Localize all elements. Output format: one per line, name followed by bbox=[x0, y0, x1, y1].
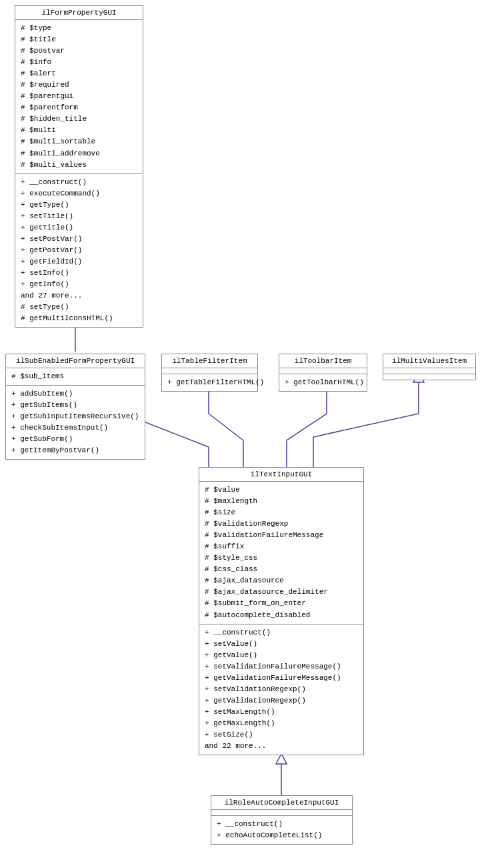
ilRoleAutoCompleteInputGUI-title: ilRoleAutoCompleteInputGUI bbox=[211, 796, 352, 810]
diagram-container: ilFormPropertyGUI # $type # $title # $po… bbox=[0, 0, 496, 868]
ilRoleAutoCompleteInputGUI-fields bbox=[211, 810, 352, 816]
ilTextInputGUI-fields: # $value # $maxlength # $size # $validat… bbox=[199, 482, 363, 624]
ilRoleAutoCompleteInputGUI-box: ilRoleAutoCompleteInputGUI + __construct… bbox=[211, 795, 353, 845]
ilSubEnabledFormPropertyGUI-box: ilSubEnabledFormPropertyGUI # $sub_items… bbox=[5, 354, 145, 460]
ilFormPropertyGUI-fields: # $type # $title # $postvar # $info # $a… bbox=[15, 20, 143, 174]
ilMultiValuesItem-box: ilMultiValuesItem bbox=[383, 354, 476, 380]
ilTextInputGUI-box: ilTextInputGUI # $value # $maxlength # $… bbox=[199, 467, 364, 755]
ilToolbarItem-methods: + getToolbarHTML() bbox=[279, 374, 367, 391]
ilSubEnabledFormPropertyGUI-fields: # $sub_items bbox=[6, 368, 145, 386]
svg-marker-7 bbox=[276, 754, 287, 764]
ilToolbarItem-fields bbox=[279, 368, 367, 374]
ilTableFilterItem-methods: + getTableFilterHTML() bbox=[162, 374, 257, 391]
ilTableFilterItem-box: ilTableFilterItem + getTableFilterHTML() bbox=[161, 354, 258, 392]
ilMultiValuesItem-fields bbox=[383, 368, 475, 374]
ilTextInputGUI-methods: + __construct() + setValue() + getValue(… bbox=[199, 624, 363, 755]
ilTableFilterItem-title: ilTableFilterItem bbox=[162, 354, 257, 368]
ilSubEnabledFormPropertyGUI-methods: + addSubItem() + getSubItems() + getSubI… bbox=[6, 386, 145, 459]
ilFormPropertyGUI-methods: + __construct() + executeCommand() + get… bbox=[15, 174, 143, 328]
ilToolbarItem-title: ilToolbarItem bbox=[279, 354, 367, 368]
ilFormPropertyGUI-box: ilFormPropertyGUI # $type # $title # $po… bbox=[15, 5, 143, 328]
ilRoleAutoCompleteInputGUI-methods: + __construct() + echoAutoCompleteList() bbox=[211, 816, 352, 844]
ilTextInputGUI-title: ilTextInputGUI bbox=[199, 468, 363, 482]
ilToolbarItem-box: ilToolbarItem + getToolbarHTML() bbox=[279, 354, 367, 392]
ilMultiValuesItem-title: ilMultiValuesItem bbox=[383, 354, 475, 368]
ilSubEnabledFormPropertyGUI-title: ilSubEnabledFormPropertyGUI bbox=[6, 354, 145, 368]
ilFormPropertyGUI-title: ilFormPropertyGUI bbox=[15, 6, 143, 20]
ilTableFilterItem-fields bbox=[162, 368, 257, 374]
ilMultiValuesItem-methods bbox=[383, 374, 475, 380]
